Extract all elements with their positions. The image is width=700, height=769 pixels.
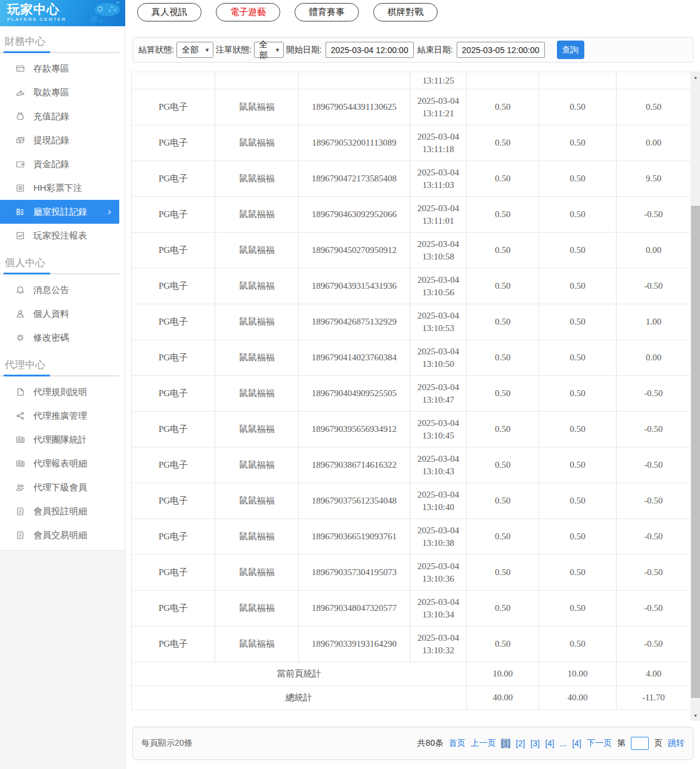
search-button[interactable]: 查詢 (557, 41, 584, 59)
cell-win-loss: -0.50 (617, 197, 691, 233)
cell-bet: 0.50 (467, 412, 539, 447)
total-count-text: 共80条 (417, 738, 444, 749)
cell-bet: 0.50 (467, 304, 539, 340)
section-divider (0, 375, 119, 376)
cell-platform: PG电子 (132, 555, 215, 591)
chevron-right-icon: › (108, 206, 111, 217)
sidebar-item[interactable]: 提現記錄 (0, 128, 119, 152)
sidebar-item[interactable]: 取款專區 (0, 81, 119, 104)
jump-button[interactable]: 跳转 (668, 738, 684, 749)
sidebar-item[interactable]: 代理團隊統計 (0, 428, 119, 452)
sidebar-item[interactable]: 消息公告 (0, 278, 119, 302)
summary-label: 總統計 (132, 686, 467, 710)
table-row: PG电子鼠鼠福福18967903665190937612025-03-0413:… (132, 519, 691, 555)
sidebar-item[interactable]: 個人資料 (0, 302, 119, 326)
cell-order-no: 1896790472173585408 (299, 161, 410, 197)
section-divider (0, 273, 119, 274)
sidebar-item[interactable]: 代理推廣管理 (0, 404, 119, 428)
sidebar-item[interactable]: 玩家投注報表 (0, 224, 119, 248)
sidebar-item[interactable]: 代理規則說明 (0, 380, 119, 404)
cell-bet: 0.50 (467, 125, 539, 161)
category-tab[interactable]: 棋牌對戰 (373, 3, 438, 21)
cell-win-loss: 4.00 (617, 662, 691, 686)
cell-valid-bet: 0.50 (539, 483, 617, 519)
category-tab[interactable]: 真人視訊 (137, 3, 202, 21)
cell-platform: PG电子 (132, 161, 215, 197)
sidebar-item-label: 代理團隊統計 (33, 434, 87, 446)
page-link[interactable]: [4] (572, 739, 581, 748)
page-link[interactable]: [2] (516, 739, 525, 748)
table-row: PG电子鼠鼠福福18967903573041950732025-03-0413:… (132, 555, 691, 591)
sidebar-item-label: 會員投註明細 (33, 506, 87, 517)
cell-datetime: 2025-03-0413:11:01 (410, 197, 467, 233)
cell-platform: PG电子 (132, 591, 215, 626)
hand-icon (16, 88, 25, 97)
order-status-select[interactable]: 全部 ▼ (254, 42, 284, 58)
cell-datetime: 2025-03-0413:10:56 (410, 268, 467, 304)
page-link[interactable]: [3] (531, 739, 540, 748)
sidebar-item[interactable]: 代理下級會員 (0, 475, 119, 499)
moneybag-icon (16, 112, 25, 121)
cell-win-loss: -0.50 (617, 412, 691, 447)
section-title: 財務中心 (0, 26, 125, 52)
category-tab[interactable]: 電子遊藝 (216, 3, 280, 21)
cell-valid-bet: 0.50 (539, 161, 617, 197)
start-date-input[interactable] (326, 42, 414, 58)
sidebar-item[interactable]: HH彩票下注 (0, 176, 119, 200)
page-link-current[interactable]: [1] (501, 739, 510, 748)
cell-datetime: 2025-03-0413:11:21 (410, 89, 467, 125)
pagination-bar: 每頁顯示20條 共80条 首页 上一页 [1][2][3][4]...[4] 下… (132, 727, 693, 760)
sidebar-item[interactable]: 會員交易明細 (0, 523, 119, 547)
scroll-down-arrow-icon[interactable]: ▼ (690, 710, 700, 721)
sidebar-item[interactable]: 代理報表明細 (0, 452, 119, 475)
page-jump-input[interactable] (631, 737, 649, 750)
sidebar-item[interactable]: 會員投註明細 (0, 499, 119, 523)
table-row: PG电子鼠鼠福福18967903480473205772025-03-0413:… (132, 591, 691, 626)
jump-prefix-label: 第 (617, 738, 625, 749)
prev-page-link[interactable]: 上一页 (470, 738, 495, 749)
sidebar-item[interactable]: 修改密碼 (0, 326, 119, 350)
cell-win-loss: -11.70 (617, 686, 691, 710)
cell-game: 鼠鼠福福 (215, 555, 299, 591)
cell-bet: 10.00 (467, 662, 539, 686)
sidebar-item-label: 代理推廣管理 (33, 410, 87, 422)
page-size-text: 每頁顯示20條 (141, 738, 193, 749)
user-icon (16, 309, 25, 319)
cell-valid-bet: 40.00 (539, 686, 617, 710)
scroll-up-arrow-icon[interactable]: ▲ (690, 72, 700, 82)
end-date-input[interactable] (457, 42, 545, 58)
cell-order-no: 1896790414023760384 (299, 340, 410, 376)
page-link[interactable]: [4] (545, 739, 555, 748)
page-link[interactable]: ... (560, 739, 567, 748)
sidebar-item[interactable]: 廳室投註記錄› (0, 200, 119, 224)
sidebar-item[interactable]: 存款專區 (0, 57, 119, 81)
sidebar: 玩家中心 PLAYERS CENTER 財務中心 存款專區取款專區充值記錄提現記… (0, 0, 125, 769)
cell-win-loss: 9.50 (617, 161, 691, 197)
scrollbar-thumb[interactable] (691, 206, 700, 698)
category-tab[interactable]: 體育賽事 (295, 3, 359, 21)
cell-win-loss: -0.50 (617, 626, 691, 662)
cell-order-no: 1896790386714616322 (299, 447, 410, 483)
sidebar-item[interactable]: 資金記錄 (0, 152, 119, 176)
table-row: PG电子鼠鼠福福18967903756123540482025-03-0413:… (132, 483, 691, 519)
settle-status-select[interactable]: 全部 ▼ (176, 42, 213, 58)
sidebar-section-finance: 財務中心 存款專區取款專區充值記錄提現記錄資金記錄HH彩票下注廳室投註記錄›玩家… (0, 26, 125, 248)
cell-datetime: 2025-03-0413:10:53 (410, 304, 467, 340)
news-icon (16, 459, 25, 468)
cell-order-no: 1896790463092952066 (299, 197, 410, 233)
app-logo: 玩家中心 PLAYERS CENTER (0, 0, 125, 26)
share-icon (16, 411, 25, 421)
first-page-link[interactable]: 首页 (448, 738, 465, 749)
sidebar-section-personal: 個人中心 消息公告個人資料修改密碼 (0, 248, 125, 350)
table-row: PG电子鼠鼠福福18967905443911306252025-03-0413:… (132, 89, 691, 125)
cell-platform: PG电子 (132, 268, 215, 304)
app-window: 玩家中心 PLAYERS CENTER 財務中心 存款專區取款專區充值記錄提現記… (0, 0, 700, 769)
sidebar-item-label: 代理報表明細 (33, 458, 87, 470)
sidebar-item-label: 充值記錄 (33, 111, 69, 122)
sidebar-item[interactable]: 充值記錄 (0, 104, 119, 128)
next-page-link[interactable]: 下一页 (587, 738, 612, 749)
table-scrollbar[interactable]: ▲ ▼ (690, 72, 700, 721)
table-row: PG电子鼠鼠福福18967904630929520662025-03-0413:… (132, 197, 691, 233)
cell-order-no: 1896790450270950912 (299, 233, 410, 268)
cell-valid-bet: 0.50 (539, 555, 617, 591)
